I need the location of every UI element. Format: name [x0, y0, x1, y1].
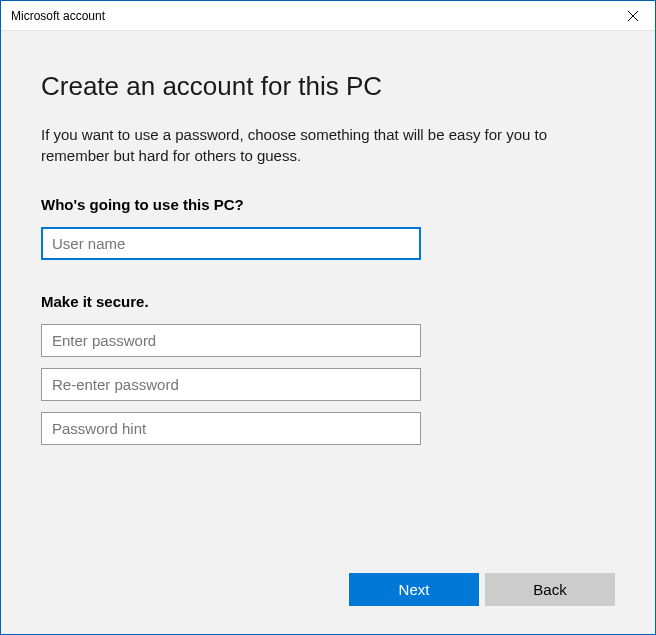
- close-button[interactable]: [610, 1, 655, 31]
- repassword-input[interactable]: [41, 368, 421, 401]
- username-input[interactable]: [41, 227, 421, 260]
- dialog-window: Microsoft account Create an account for …: [0, 0, 656, 635]
- back-button[interactable]: Back: [485, 573, 615, 606]
- footer: Next Back: [1, 573, 655, 634]
- titlebar: Microsoft account: [1, 1, 655, 31]
- content-area: Create an account for this PC If you wan…: [1, 31, 655, 573]
- window-title: Microsoft account: [11, 1, 105, 31]
- page-heading: Create an account for this PC: [41, 71, 615, 102]
- close-icon: [628, 11, 638, 21]
- secure-section-label: Make it secure.: [41, 293, 615, 310]
- page-description: If you want to use a password, choose so…: [41, 124, 615, 166]
- next-button[interactable]: Next: [349, 573, 479, 606]
- password-input[interactable]: [41, 324, 421, 357]
- user-section-label: Who's going to use this PC?: [41, 196, 615, 213]
- password-hint-input[interactable]: [41, 412, 421, 445]
